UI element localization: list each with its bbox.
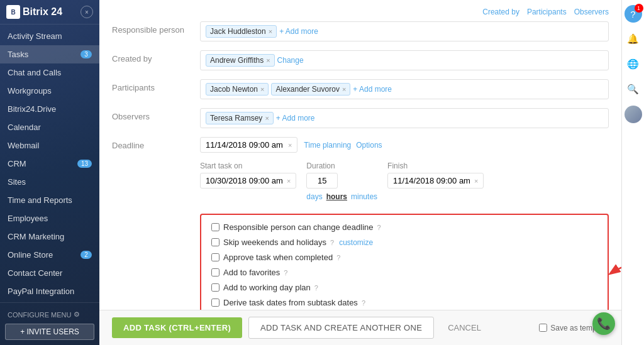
add-task-another-button[interactable]: ADD TASK AND CREATE ANOTHER ONE [248, 317, 434, 339]
sidebar-item-activity-stream[interactable]: Activity Stream [0, 27, 99, 45]
save-template-checkbox[interactable] [539, 324, 547, 332]
sidebar-header: B Bitrix 24 × [0, 0, 99, 25]
sidebar-nav: Activity Stream Tasks 3 Chat and Calls W… [0, 25, 99, 302]
add-more-participants[interactable]: + Add more [353, 85, 392, 94]
duration-input[interactable] [306, 173, 338, 189]
option-checkbox-1[interactable] [211, 238, 219, 246]
configure-menu[interactable]: CONFIGURE MENU ⚙ [5, 308, 94, 321]
sidebar-item-online-store[interactable]: Online Store 2 [0, 246, 99, 264]
options-link[interactable]: Options [356, 141, 382, 150]
help-icon-3[interactable]: ? [284, 269, 287, 277]
responsible-person-remove[interactable]: × [269, 28, 272, 35]
sidebar-item-bitrix24-drive[interactable]: Bitrix24.Drive [0, 100, 99, 118]
help-icon-1[interactable]: ? [330, 239, 334, 246]
sidebar-item-calendar[interactable]: Calendar [0, 118, 99, 136]
task-form: Created by Participants Observers Respon… [99, 0, 621, 345]
option-checkbox-4[interactable] [211, 283, 219, 292]
bell-icon: 🔔 [627, 33, 639, 45]
participant-0-remove[interactable]: × [260, 85, 264, 93]
observers-field[interactable]: Teresa Ramsey × + Add more [200, 108, 609, 128]
finish-field[interactable]: 11/14/2018 09:00 am × [387, 173, 484, 189]
tab-participants[interactable]: Participants [527, 8, 567, 16]
sidebar-item-chat-and-calls[interactable]: Chat and Calls [0, 63, 99, 82]
gear-icon: ⚙ [74, 310, 80, 319]
change-link[interactable]: Change [277, 56, 304, 65]
created-by-field[interactable]: Andrew Griffiths × Change [200, 50, 609, 70]
sidebar-logo: B Bitrix 24 [6, 5, 62, 19]
participants-field[interactable]: Jacob Newton × Alexander Suvorov × + Add… [200, 79, 609, 99]
participant-tag-0: Jacob Newton × [206, 83, 269, 96]
start-task-label: Start task on [200, 162, 296, 170]
participants-row: Participants Jacob Newton × Alexander Su… [112, 79, 609, 99]
responsible-person-field[interactable]: Jack Huddleston × + Add more [200, 21, 609, 41]
sidebar-item-tasks[interactable]: Tasks 3 [0, 45, 99, 63]
customize-link[interactable]: customize [339, 238, 373, 247]
participant-tag-1: Alexander Suvorov × [271, 83, 350, 96]
time-planning-link[interactable]: Time planning [304, 141, 351, 150]
duration-units: days hours minutes [306, 192, 377, 201]
option-row-5: Derive task dates from subtask dates ? [211, 298, 597, 307]
duration-unit-days[interactable]: days [306, 192, 322, 201]
tab-created-by[interactable]: Created by [482, 8, 519, 16]
search-button[interactable]: 🔍 [625, 80, 642, 98]
observer-0-remove[interactable]: × [265, 114, 269, 122]
deadline-label: Deadline [112, 137, 194, 150]
add-more-observers[interactable]: + Add more [276, 114, 315, 123]
sidebar-item-sites[interactable]: Sites [0, 173, 99, 191]
help-icon-4[interactable]: ? [314, 284, 318, 292]
duration-unit-minutes[interactable]: minutes [351, 192, 377, 201]
option-checkbox-3[interactable] [211, 268, 219, 277]
option-checkbox-2[interactable] [211, 253, 219, 261]
option-checkbox-0[interactable] [211, 223, 219, 231]
sidebar-footer: CONFIGURE MENU ⚙ + INVITE USERS [0, 302, 99, 345]
help-icon-0[interactable]: ? [377, 224, 381, 231]
responsible-person-row: Responsible person Jack Huddleston × + A… [112, 21, 609, 41]
deadline-field[interactable]: 11/14/2018 09:00 am × [200, 137, 297, 153]
phone-icon: 📞 [597, 317, 611, 331]
add-more-responsible[interactable]: + Add more [279, 27, 318, 36]
invite-users-button[interactable]: + INVITE USERS [5, 324, 94, 340]
options-spacer [112, 210, 194, 214]
cancel-button[interactable]: CANCEL [440, 317, 489, 338]
observer-tag-0: Teresa Ramsey × [206, 112, 274, 124]
created-by-row: Created by Andrew Griffiths × Change [112, 50, 609, 70]
option-row-3: Add to favorites ? [211, 268, 597, 277]
sidebar-item-webmail[interactable]: Webmail [0, 136, 99, 155]
sidebar-item-time-and-reports[interactable]: Time and Reports [0, 191, 99, 209]
main-content: Created by Participants Observers Respon… [99, 0, 621, 345]
option-checkbox-5[interactable] [211, 298, 219, 307]
deadline-links: Time planning Options [304, 141, 382, 150]
created-by-remove[interactable]: × [266, 57, 270, 64]
phone-fab-button[interactable]: 📞 [592, 312, 615, 335]
help-button[interactable]: ? 1 [625, 5, 642, 23]
sidebar-item-paypal-integration[interactable]: PayPal Integration [0, 282, 99, 300]
sidebar-item-crm[interactable]: CRM 13 [0, 155, 99, 173]
deadline-clear[interactable]: × [288, 141, 292, 149]
help-icon-2[interactable]: ? [336, 254, 340, 261]
notifications-button[interactable]: 🔔 [625, 30, 642, 48]
sidebar-item-workgroups[interactable]: Workgroups [0, 82, 99, 100]
duration-group: Duration days hours minutes [306, 162, 377, 201]
help-icon-5[interactable]: ? [362, 299, 365, 307]
start-task-field[interactable]: 10/30/2018 09:00 am × [200, 173, 296, 189]
sidebar-item-employees[interactable]: Employees [0, 209, 99, 227]
close-button[interactable]: × [80, 6, 93, 18]
responsible-person-value: Jack Huddleston × + Add more [200, 21, 609, 41]
sidebar-item-crm-marketing[interactable]: CRM Marketing [0, 227, 99, 246]
created-by-tag: Andrew Griffiths × [206, 54, 275, 67]
tab-observers[interactable]: Observers [574, 8, 609, 16]
finish-clear[interactable]: × [474, 177, 478, 185]
duration-unit-hours[interactable]: hours [326, 192, 347, 201]
responsible-person-tag: Jack Huddleston × [206, 25, 277, 38]
user-avatar[interactable] [625, 106, 642, 123]
time-value: Start task on 10/30/2018 09:00 am × Dura… [200, 162, 609, 201]
sidebar-item-contact-center[interactable]: Contact Center [0, 264, 99, 282]
deadline-value: 11/14/2018 09:00 am × Time planning Opti… [200, 137, 609, 153]
start-task-clear[interactable]: × [287, 177, 291, 185]
globe-button[interactable]: 🌐 [625, 55, 642, 73]
finish-group: Finish 11/14/2018 09:00 am × [387, 162, 484, 189]
created-by-value: Andrew Griffiths × Change [200, 50, 609, 70]
add-task-button[interactable]: ADD TASK (CTRL+ENTER) [112, 317, 242, 338]
globe-icon: 🌐 [627, 58, 639, 70]
participant-1-remove[interactable]: × [342, 85, 346, 93]
